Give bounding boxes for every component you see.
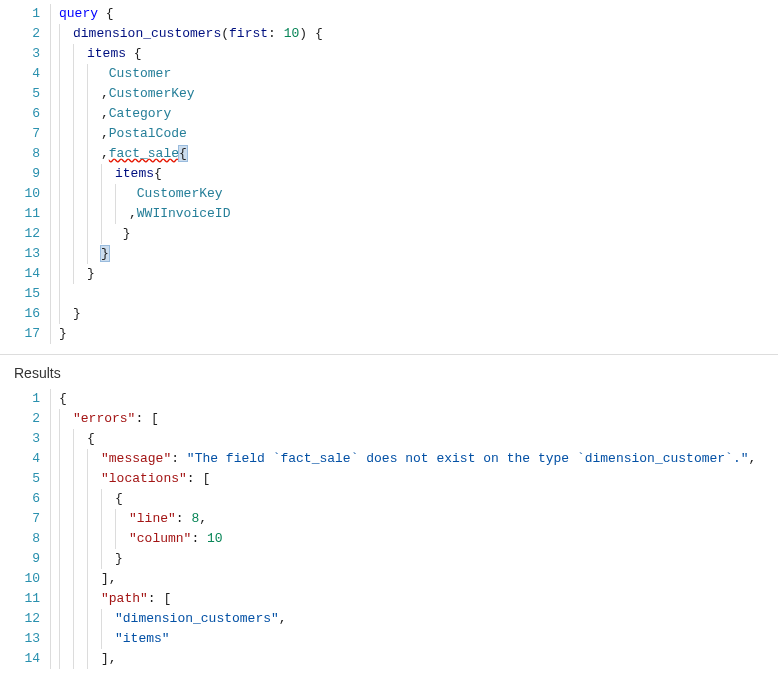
- code-line[interactable]: 10 CustomerKey: [0, 184, 778, 204]
- code-line[interactable]: 5"locations": [: [0, 469, 778, 489]
- indent-guides: [51, 264, 87, 284]
- code-line[interactable]: 8,fact_sale{: [0, 144, 778, 164]
- code-line[interactable]: 11"path": [: [0, 589, 778, 609]
- line-number: 12: [0, 224, 50, 244]
- line-number: 9: [0, 164, 50, 184]
- code-text[interactable]: "dimension_customers",: [115, 609, 287, 629]
- indent-guides: [51, 284, 73, 304]
- indent-guides: [51, 569, 101, 589]
- code-line[interactable]: 13}: [0, 244, 778, 264]
- code-text[interactable]: "column": 10: [129, 529, 223, 549]
- line-number: 14: [0, 264, 50, 284]
- line-number: 13: [0, 629, 50, 649]
- line-number: 2: [0, 24, 50, 44]
- code-text[interactable]: {: [87, 429, 95, 449]
- line-number: 4: [0, 64, 50, 84]
- code-text[interactable]: "line": 8,: [129, 509, 207, 529]
- code-text[interactable]: {: [59, 389, 67, 409]
- code-line[interactable]: 12 }: [0, 224, 778, 244]
- code-text[interactable]: query {: [59, 4, 114, 24]
- code-text[interactable]: "path": [: [101, 589, 171, 609]
- code-text[interactable]: "locations": [: [101, 469, 210, 489]
- code-text[interactable]: }: [59, 324, 67, 344]
- code-line[interactable]: 11,WWIInvoiceID: [0, 204, 778, 224]
- indent-guides: [51, 184, 129, 204]
- code-text[interactable]: "errors": [: [73, 409, 159, 429]
- code-text[interactable]: Customer: [101, 64, 171, 84]
- code-text[interactable]: items{: [115, 164, 162, 184]
- code-line[interactable]: 17}: [0, 324, 778, 344]
- line-number: 9: [0, 549, 50, 569]
- indent-guides: [51, 509, 129, 529]
- code-text[interactable]: }: [115, 549, 123, 569]
- code-text[interactable]: "message": "The field `fact_sale` does n…: [101, 449, 756, 469]
- indent-guides: [51, 244, 101, 264]
- line-number: 15: [0, 284, 50, 304]
- line-number: 10: [0, 184, 50, 204]
- indent-guides: [51, 164, 115, 184]
- code-line[interactable]: 4 Customer: [0, 64, 778, 84]
- code-text[interactable]: ,Category: [101, 104, 171, 124]
- line-number: 12: [0, 609, 50, 629]
- code-line[interactable]: 6,Category: [0, 104, 778, 124]
- indent-guides: [51, 24, 73, 44]
- code-line[interactable]: 3items {: [0, 44, 778, 64]
- indent-guides: [51, 104, 101, 124]
- code-line[interactable]: 12"dimension_customers",: [0, 609, 778, 629]
- code-text[interactable]: CustomerKey: [129, 184, 223, 204]
- query-editor-pane[interactable]: 1query {2dimension_customers(first: 10) …: [0, 0, 778, 354]
- line-number: 8: [0, 144, 50, 164]
- code-text[interactable]: }: [115, 224, 131, 244]
- indent-guides: [51, 529, 129, 549]
- code-line[interactable]: 2"errors": [: [0, 409, 778, 429]
- results-pane[interactable]: 1{2"errors": [3{4"message": "The field `…: [0, 387, 778, 679]
- code-line[interactable]: 9}: [0, 549, 778, 569]
- indent-guides: [51, 64, 101, 84]
- code-line[interactable]: 3{: [0, 429, 778, 449]
- code-line[interactable]: 9items{: [0, 164, 778, 184]
- line-number: 3: [0, 44, 50, 64]
- indent-guides: [51, 609, 115, 629]
- indent-guides: [51, 589, 101, 609]
- line-number: 4: [0, 449, 50, 469]
- code-text[interactable]: }: [87, 264, 95, 284]
- code-line[interactable]: 8"column": 10: [0, 529, 778, 549]
- code-text[interactable]: ,CustomerKey: [101, 84, 195, 104]
- code-line[interactable]: 1query {: [0, 4, 778, 24]
- code-line[interactable]: 6{: [0, 489, 778, 509]
- indent-guides: [51, 84, 101, 104]
- code-text[interactable]: }: [101, 244, 109, 264]
- line-number: 11: [0, 589, 50, 609]
- code-line[interactable]: 4"message": "The field `fact_sale` does …: [0, 449, 778, 469]
- code-line[interactable]: 16}: [0, 304, 778, 324]
- code-line[interactable]: 7,PostalCode: [0, 124, 778, 144]
- code-line[interactable]: 1{: [0, 389, 778, 409]
- code-text[interactable]: "items": [115, 629, 170, 649]
- code-line[interactable]: 10],: [0, 569, 778, 589]
- line-number: 3: [0, 429, 50, 449]
- code-text[interactable]: {: [115, 489, 123, 509]
- code-text[interactable]: items {: [87, 44, 142, 64]
- code-line[interactable]: 15: [0, 284, 778, 304]
- line-number: 7: [0, 124, 50, 144]
- line-number: 5: [0, 469, 50, 489]
- code-text[interactable]: ,fact_sale{: [101, 144, 187, 164]
- code-text[interactable]: ],: [101, 569, 117, 589]
- line-number: 1: [0, 389, 50, 409]
- indent-guides: [51, 629, 115, 649]
- line-number: 6: [0, 104, 50, 124]
- line-number: 10: [0, 569, 50, 589]
- code-line[interactable]: 7"line": 8,: [0, 509, 778, 529]
- indent-guides: [51, 144, 101, 164]
- code-text[interactable]: ,PostalCode: [101, 124, 187, 144]
- code-line[interactable]: 14],: [0, 649, 778, 669]
- code-text[interactable]: ,WWIInvoiceID: [129, 204, 230, 224]
- code-line[interactable]: 5,CustomerKey: [0, 84, 778, 104]
- code-line[interactable]: 2dimension_customers(first: 10) {: [0, 24, 778, 44]
- code-line[interactable]: 14}: [0, 264, 778, 284]
- code-text[interactable]: }: [73, 304, 81, 324]
- code-text[interactable]: ],: [101, 649, 117, 669]
- code-text[interactable]: dimension_customers(first: 10) {: [73, 24, 323, 44]
- line-number: 14: [0, 649, 50, 669]
- code-line[interactable]: 13"items": [0, 629, 778, 649]
